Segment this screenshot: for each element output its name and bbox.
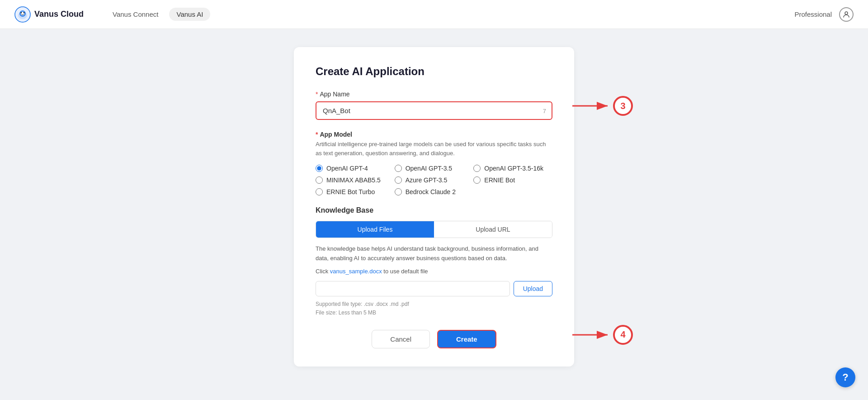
svg-point-5 (24, 12, 25, 13)
app-name-label: * App Name (316, 90, 552, 98)
radio-input-gpt35[interactable] (395, 165, 402, 172)
radio-input-minimax[interactable] (316, 176, 323, 184)
main-content: Create AI Application * App Name 7 * App… (0, 29, 868, 385)
app-name-input[interactable] (316, 101, 552, 120)
kb-tab-bar: Upload Files Upload URL (316, 221, 552, 238)
user-avatar[interactable] (839, 7, 854, 22)
create-app-card: Create AI Application * App Name 7 * App… (294, 47, 574, 367)
app-model-section-title: * App Model (316, 131, 552, 138)
logo-text: Vanus Cloud (34, 10, 84, 19)
kb-title: Knowledge Base (316, 206, 552, 214)
svg-point-6 (845, 12, 848, 14)
upload-url-tab[interactable]: Upload URL (434, 221, 552, 238)
header: Vanus Cloud Vanus Connect Vanus AI Profe… (0, 0, 868, 29)
radio-input-gpt35-16k[interactable] (473, 165, 481, 172)
arrow-4-svg (572, 329, 613, 340)
radio-bedrock[interactable]: Bedrock Claude 2 (395, 188, 474, 195)
upload-row: Upload (316, 281, 552, 296)
main-nav: Vanus Connect Vanus AI (105, 8, 210, 21)
card-title: Create AI Application (316, 65, 552, 78)
char-count: 7 (543, 107, 546, 114)
radio-openai-gpt35[interactable]: OpenAI GPT-3.5 (395, 165, 474, 172)
nav-vanus-connect[interactable]: Vanus Connect (105, 8, 165, 21)
svg-point-4 (21, 12, 22, 13)
annotation-3: 3 (572, 96, 633, 116)
kb-sample: Click vanus_sample.docx to use default f… (316, 268, 552, 275)
model-radio-grid: OpenAI GPT-4 OpenAI GPT-3.5 OpenAI GPT-3… (316, 165, 552, 195)
required-star-name: * (316, 90, 318, 98)
app-model-desc: Artificial intelligence pre-trained larg… (316, 140, 552, 157)
required-star-model: * (316, 131, 318, 138)
radio-openai-gpt4[interactable]: OpenAI GPT-4 (316, 165, 395, 172)
help-button[interactable]: ? (835, 367, 855, 387)
upload-button[interactable]: Upload (514, 281, 552, 296)
radio-input-gpt4[interactable] (316, 165, 323, 172)
radio-input-bedrock[interactable] (395, 188, 402, 195)
action-row: Cancel Create (316, 330, 552, 348)
logo-area[interactable]: Vanus Cloud (14, 6, 84, 23)
arrow-3-svg (572, 100, 613, 111)
annotation-4: 4 (572, 325, 633, 345)
cancel-button[interactable]: Cancel (372, 330, 430, 348)
radio-input-ernie-turbo[interactable] (316, 188, 323, 195)
file-info: Supported file type: .csv .docx .md .pdf… (316, 300, 552, 317)
user-icon (842, 10, 850, 19)
upload-file-input[interactable] (316, 281, 510, 296)
radio-input-azure-gpt[interactable] (395, 176, 402, 184)
kb-sample-link[interactable]: vanus_sample.docx (330, 268, 382, 275)
app-name-wrapper: 7 (316, 101, 552, 120)
radio-azure-gpt[interactable]: Azure GPT-3.5 (395, 176, 474, 184)
radio-ernie-bot[interactable]: ERNIE Bot (473, 176, 552, 184)
kb-desc: The knowledge base helps AI understand t… (316, 244, 552, 263)
header-right: Professional (794, 7, 854, 22)
logo-icon (14, 6, 31, 23)
radio-input-ernie-bot[interactable] (473, 176, 481, 184)
step-3-circle: 3 (613, 96, 633, 116)
radio-minimax[interactable]: MINIMAX ABAB5.5 (316, 176, 395, 184)
professional-label: Professional (794, 10, 832, 18)
step-4-circle: 4 (613, 325, 633, 345)
nav-vanus-ai[interactable]: Vanus AI (169, 8, 210, 21)
radio-openai-gpt35-16k[interactable]: OpenAI GPT-3.5-16k (473, 165, 552, 172)
radio-ernie-bot-turbo[interactable]: ERNIE Bot Turbo (316, 188, 395, 195)
upload-files-tab[interactable]: Upload Files (316, 221, 434, 238)
create-button[interactable]: Create (437, 330, 496, 348)
